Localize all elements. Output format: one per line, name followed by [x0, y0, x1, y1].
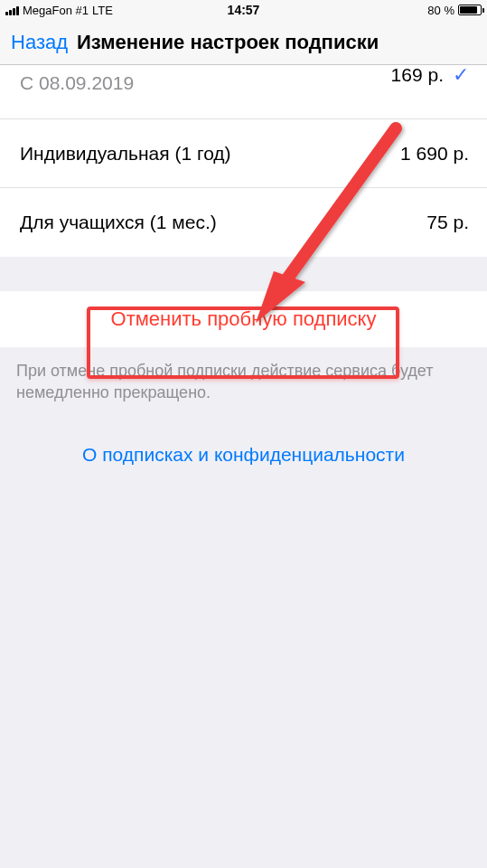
plan-row-student[interactable]: Для учащихся (1 мес.) 75 р.: [0, 188, 487, 257]
back-button[interactable]: Назад: [11, 31, 68, 54]
plans-list: С 08.09.2019 169 р. ✓ Индивидуальная (1 …: [0, 65, 487, 257]
cancel-trial-button[interactable]: Отменить пробную подписку: [111, 307, 377, 331]
page-title: Изменение настроек подписки: [77, 31, 379, 54]
plan-price-student: 75 р.: [426, 212, 469, 233]
network-label: LTE: [92, 4, 113, 17]
checkmark-icon: ✓: [453, 63, 469, 87]
nav-bar: Назад Изменение настроек подписки: [0, 20, 487, 65]
status-right: 80 %: [427, 4, 482, 17]
plan-label-student: Для учащихся (1 мес.): [20, 212, 217, 233]
status-time: 14:57: [228, 3, 260, 17]
battery-icon: [458, 5, 482, 15]
section-gap: [0, 257, 487, 291]
carrier-label: MegaFon #1: [23, 4, 89, 17]
plan-price-yearly: 1 690 р.: [400, 143, 469, 165]
status-left: MegaFon #1 LTE: [5, 4, 113, 17]
status-bar: MegaFon #1 LTE 14:57 80 %: [0, 0, 487, 20]
battery-percent: 80 %: [427, 4, 454, 17]
plan-price-current: 169 р.: [391, 64, 444, 86]
cancel-note: При отмене пробной подписки действие сер…: [0, 347, 487, 417]
plan-row-yearly[interactable]: Индивидуальная (1 год) 1 690 р.: [0, 119, 487, 188]
plan-start-date: С 08.09.2019: [20, 72, 134, 94]
signal-icon: [5, 5, 19, 15]
privacy-section: О подписках и конфиденциальности: [0, 417, 487, 493]
cancel-section: Отменить пробную подписку: [0, 291, 487, 347]
plan-row-current[interactable]: С 08.09.2019 169 р. ✓: [0, 65, 487, 119]
plan-label-yearly: Индивидуальная (1 год): [20, 143, 231, 165]
privacy-link[interactable]: О подписках и конфиденциальности: [82, 444, 405, 465]
